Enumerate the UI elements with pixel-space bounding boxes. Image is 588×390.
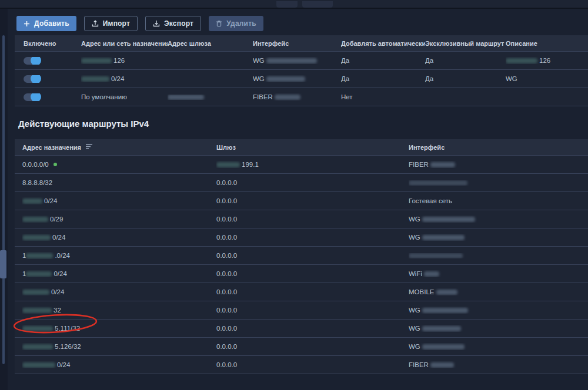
static-routes-table: Включено Адрес или сеть назначения Адрес… bbox=[15, 35, 588, 106]
enabled-toggle[interactable] bbox=[24, 93, 40, 101]
redacted-text bbox=[22, 344, 53, 349]
active-route-row: 0/29 0.0.0.0 WG bbox=[15, 210, 588, 228]
auto-add-value: Да bbox=[341, 75, 425, 82]
interface-value: WG bbox=[253, 57, 265, 64]
active-route-row: 10/24 0.0.0.0 WiFi bbox=[15, 264, 588, 283]
sort-icon[interactable] bbox=[85, 143, 93, 151]
export-button[interactable]: Экспорт bbox=[145, 16, 201, 31]
gateway-value: 0.0.0.0 bbox=[216, 325, 409, 332]
redacted-text bbox=[81, 58, 112, 63]
destination-value: 0/24 bbox=[44, 197, 57, 204]
delete-button[interactable]: Удалить bbox=[209, 16, 263, 31]
header-destination[interactable]: Адрес назначения bbox=[22, 143, 216, 151]
enabled-toggle[interactable] bbox=[24, 57, 40, 65]
active-routes-table: Адрес назначения Шлюз Интерфейс 0.0.0.0/… bbox=[15, 139, 588, 374]
header-destination-label: Адрес или сеть назначения bbox=[81, 40, 168, 47]
enabled-toggle[interactable] bbox=[24, 75, 40, 83]
gateway-value: 0.0.0.0 bbox=[216, 197, 409, 204]
interface-value: WG bbox=[409, 234, 420, 241]
interface-value: WG bbox=[409, 325, 420, 332]
redacted-text bbox=[409, 180, 467, 186]
header-destination[interactable]: Адрес или сеть назначения bbox=[81, 39, 168, 47]
redacted-text bbox=[22, 217, 48, 222]
auto-add-value: Нет bbox=[341, 93, 425, 100]
destination-value: По умолчанию bbox=[81, 93, 168, 100]
redacted-text bbox=[506, 58, 537, 63]
cropped-ui-element bbox=[276, 1, 298, 8]
header-description: Описание bbox=[506, 40, 588, 47]
redacted-text bbox=[22, 199, 42, 204]
download-icon bbox=[153, 20, 160, 27]
gateway-value: 0.0.0.0 bbox=[216, 179, 409, 186]
add-route-button[interactable]: Добавить bbox=[16, 16, 76, 31]
interface-value: FIBER bbox=[409, 361, 429, 368]
delete-label: Удалить bbox=[226, 19, 256, 28]
redacted-text bbox=[275, 95, 300, 100]
auto-add-value: Да bbox=[341, 57, 425, 64]
trash-icon bbox=[216, 20, 222, 27]
status-dot bbox=[54, 163, 57, 166]
gateway-value: 0.0.0.0 bbox=[216, 234, 409, 241]
destination-value: 0/29 bbox=[50, 216, 63, 223]
gateway-value: 0.0.0.0 bbox=[216, 216, 409, 223]
redacted-text bbox=[81, 76, 109, 82]
interface-value: MOBILE bbox=[409, 288, 434, 295]
interface-value: WiFi bbox=[409, 270, 422, 277]
redacted-text bbox=[22, 290, 49, 295]
gateway-value: 0.0.0.0 bbox=[216, 270, 409, 277]
active-route-row: 8.8.8.8/32 0.0.0.0 bbox=[15, 173, 588, 191]
header-enabled: Включено bbox=[24, 40, 81, 47]
static-route-row[interactable]: 0/24 WG Да Да WG bbox=[15, 69, 588, 88]
destination-value: 32 bbox=[54, 307, 61, 314]
redacted-text bbox=[22, 362, 55, 368]
active-route-row: 32 0.0.0.0 WG bbox=[15, 301, 588, 319]
plus-icon bbox=[24, 21, 30, 27]
redacted-text bbox=[22, 235, 51, 240]
active-route-row: 0/24 0.0.0.0 FIBER bbox=[15, 355, 588, 374]
routes-toolbar: Добавить Импорт Экспорт Удалить bbox=[16, 16, 263, 31]
gateway-value: 0.0.0.0 bbox=[216, 361, 409, 368]
upload-icon bbox=[92, 20, 99, 27]
destination-value: 5.126/32 bbox=[55, 343, 81, 350]
interface-value: WG bbox=[409, 216, 420, 223]
destination-value: 0/24 bbox=[57, 361, 70, 368]
redacted-text bbox=[26, 271, 52, 277]
interface-value: Гостевая сеть bbox=[409, 197, 588, 204]
static-route-row[interactable]: 126 WG Да Да 126 bbox=[15, 51, 588, 69]
header-auto-add: Добавлять автоматически bbox=[341, 40, 425, 47]
gateway-value: 0.0.0.0 bbox=[216, 343, 409, 350]
redacted-text bbox=[422, 344, 465, 349]
destination-value: 8.8.8.8/32 bbox=[22, 179, 216, 186]
redacted-text bbox=[422, 308, 468, 313]
destination-value: 0/24 bbox=[52, 234, 65, 241]
header-gateway: Адрес шлюза bbox=[168, 40, 253, 47]
export-label: Экспорт bbox=[164, 19, 193, 28]
redacted-text bbox=[422, 326, 461, 331]
scrollbar-thumb[interactable] bbox=[0, 250, 6, 278]
redacted-text bbox=[22, 308, 52, 313]
active-routes-title: Действующие маршруты IPv4 bbox=[18, 119, 149, 129]
redacted-text bbox=[266, 58, 317, 63]
import-button[interactable]: Импорт bbox=[84, 16, 138, 31]
destination-value: 0/24 bbox=[54, 270, 66, 277]
redacted-text bbox=[422, 217, 475, 222]
redacted-text bbox=[430, 162, 455, 167]
scrollbar-track[interactable] bbox=[2, 35, 5, 364]
redacted-text bbox=[22, 326, 53, 331]
static-route-row[interactable]: По умолчанию FIBER Нет bbox=[15, 88, 588, 106]
cropped-ui-element bbox=[302, 1, 333, 8]
interface-value: WG bbox=[409, 343, 420, 350]
exclusive-value: Да bbox=[425, 75, 506, 82]
destination-value: 126 bbox=[113, 57, 125, 64]
destination-value: 0/24 bbox=[51, 288, 64, 295]
header-destination-label: Адрес назначения bbox=[22, 144, 81, 151]
import-label: Импорт bbox=[103, 19, 130, 28]
static-routes-header-row: Включено Адрес или сеть назначения Адрес… bbox=[15, 35, 588, 51]
header-exclusive: Эксклюзивный маршрут bbox=[425, 40, 506, 47]
active-route-row: 1.0/24 0.0.0.0 bbox=[15, 246, 588, 264]
active-route-row: 5.126/32 0.0.0.0 WG bbox=[15, 337, 588, 355]
description-value: WG bbox=[506, 75, 588, 82]
gateway-value: 0.0.0.0 bbox=[216, 307, 409, 314]
active-route-row: 0/24 0.0.0.0 WG bbox=[15, 228, 588, 246]
redacted-text bbox=[422, 235, 465, 240]
